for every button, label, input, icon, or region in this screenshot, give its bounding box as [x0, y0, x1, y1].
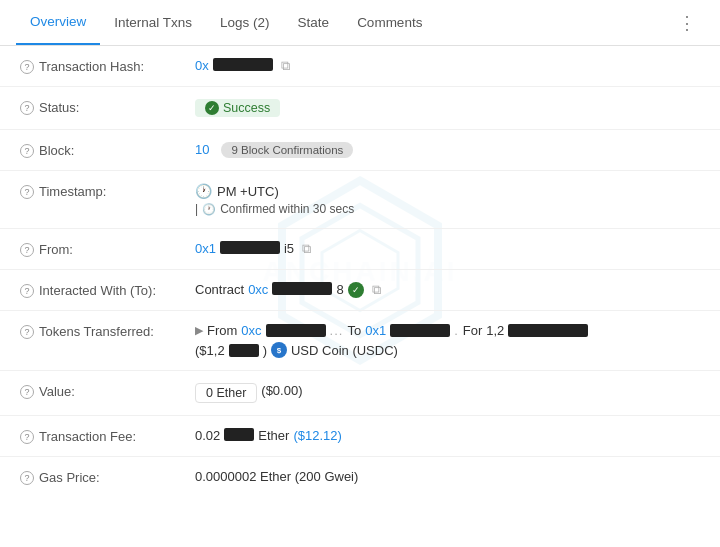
timestamp-confirmed: | 🕐 Confirmed within 30 secs	[195, 202, 354, 216]
interacted-with-value: Contract 0xc 8 ✓ ⧉	[195, 282, 700, 298]
transaction-fee-row: ? Transaction Fee: 0.02 Ether ($12.12)	[0, 416, 720, 457]
tokens-transferred-value: ▶ From 0xc ... To 0x1 . For 1,2 ($1,2	[195, 323, 700, 358]
usd-redacted	[229, 344, 259, 357]
tab-logs[interactable]: Logs (2)	[206, 1, 284, 44]
contract-suffix: 8	[336, 282, 343, 297]
transaction-hash-label: ? Transaction Hash:	[20, 58, 195, 74]
transaction-hash-row: ? Transaction Hash: 0x ⧉	[0, 46, 720, 87]
gas-price-row: ? Gas Price: 0.0000002 Ether (200 Gwei)	[0, 457, 720, 497]
tab-overview[interactable]: Overview	[16, 0, 100, 45]
timestamp-value: 🕐 PM +UTC) | 🕐 Confirmed within 30 secs	[195, 183, 700, 216]
confirm-clock-icon: 🕐	[202, 203, 216, 216]
tokens-transferred-label: ? Tokens Transferred:	[20, 323, 195, 339]
from-token-prefix: From	[207, 323, 237, 338]
status-label: ? Status:	[20, 99, 195, 115]
block-value: 10 9 Block Confirmations	[195, 142, 700, 158]
dots-1: ...	[330, 323, 344, 338]
status-badge: Success	[195, 99, 280, 117]
block-row: ? Block: 10 9 Block Confirmations	[0, 130, 720, 171]
more-options-icon[interactable]: ⋮	[670, 4, 704, 42]
token-line-1: ▶ From 0xc ... To 0x1 . For 1,2	[195, 323, 588, 338]
contract-prefix: Contract	[195, 282, 244, 297]
interacted-with-label: ? Interacted With (To):	[20, 282, 195, 298]
fee-amount-redacted	[224, 428, 254, 441]
transaction-hash-value: 0x ⧉	[195, 58, 700, 74]
from-address-redacted	[220, 241, 280, 254]
copy-contract-icon[interactable]: ⧉	[372, 282, 381, 298]
timestamp-label: ? Timestamp:	[20, 183, 195, 199]
transaction-hash-link[interactable]: 0x	[195, 58, 209, 73]
help-icon-from[interactable]: ?	[20, 243, 34, 257]
help-icon-gas[interactable]: ?	[20, 471, 34, 485]
from-address[interactable]: 0x1	[195, 241, 216, 256]
timestamp-text: PM +UTC)	[217, 184, 279, 199]
tab-state[interactable]: State	[284, 1, 344, 44]
from-row: ? From: 0x1 i5 ⧉	[0, 229, 720, 270]
token-line-2: ($1,2 ) $ USD Coin (USDC)	[195, 342, 588, 358]
gas-price-text: 0.0000002 Ether (200 Gwei)	[195, 469, 358, 484]
help-icon-txhash[interactable]: ?	[20, 60, 34, 74]
for-token-prefix: For	[463, 323, 483, 338]
usdc-icon: $	[271, 342, 287, 358]
help-icon-status[interactable]: ?	[20, 101, 34, 115]
status-row: ? Status: Success	[0, 87, 720, 130]
overview-content: ANCHAIN.AI ? Transaction Hash: 0x ⧉ ? St…	[0, 46, 720, 497]
fee-usd[interactable]: ($12.12)	[293, 428, 341, 443]
help-icon-tokens[interactable]: ?	[20, 325, 34, 339]
value-label: ? Value:	[20, 383, 195, 399]
gas-price-value: 0.0000002 Ether (200 Gwei)	[195, 469, 700, 484]
to-token-prefix: To	[347, 323, 361, 338]
help-icon-timestamp[interactable]: ?	[20, 185, 34, 199]
token-close: )	[263, 343, 267, 358]
help-icon-value[interactable]: ?	[20, 385, 34, 399]
verified-icon: ✓	[348, 282, 364, 298]
block-confirmations: 9 Block Confirmations	[221, 142, 353, 158]
help-icon-interacted[interactable]: ?	[20, 284, 34, 298]
tab-comments[interactable]: Comments	[343, 1, 436, 44]
tabs-bar: Overview Internal Txns Logs (2) State Co…	[0, 0, 720, 46]
transfer-triangle: ▶	[195, 324, 203, 337]
token-row: ▶ From 0xc ... To 0x1 . For 1,2 ($1,2	[195, 323, 588, 358]
block-number[interactable]: 10	[195, 142, 209, 157]
status-value: Success	[195, 99, 700, 117]
pipe-separator: |	[195, 202, 198, 216]
from-label: ? From:	[20, 241, 195, 257]
contract-address-redacted	[272, 282, 332, 295]
for-token-amount: 1,2	[486, 323, 504, 338]
to-token-redacted	[390, 324, 450, 337]
timestamp-inner: 🕐 PM +UTC) | 🕐 Confirmed within 30 secs	[195, 183, 354, 216]
value-ether: 0 Ether	[206, 386, 246, 400]
from-address-suffix: i5	[284, 241, 294, 256]
transaction-fee-label: ? Transaction Fee:	[20, 428, 195, 444]
gas-price-label: ? Gas Price:	[20, 469, 195, 485]
help-icon-fee[interactable]: ?	[20, 430, 34, 444]
interacted-with-row: ? Interacted With (To): Contract 0xc 8 ✓…	[0, 270, 720, 311]
timestamp-row: ? Timestamp: 🕐 PM +UTC) | 🕐 Confirmed wi…	[0, 171, 720, 229]
fee-unit: Ether	[258, 428, 289, 443]
from-token-redacted	[266, 324, 326, 337]
value-usd: ($0.00)	[261, 383, 302, 398]
block-label: ? Block:	[20, 142, 195, 158]
dots-2: .	[454, 323, 459, 338]
value-row: ? Value: 0 Ether ($0.00)	[0, 371, 720, 416]
transaction-fee-value: 0.02 Ether ($12.12)	[195, 428, 700, 443]
contract-address[interactable]: 0xc	[248, 282, 268, 297]
copy-hash-icon[interactable]: ⧉	[281, 58, 290, 74]
timestamp-top: 🕐 PM +UTC)	[195, 183, 354, 199]
for-amount-redacted	[508, 324, 588, 337]
value-ether-box: 0 Ether	[195, 383, 257, 403]
copy-from-icon[interactable]: ⧉	[302, 241, 311, 257]
clock-icon: 🕐	[195, 183, 212, 199]
fee-amount: 0.02	[195, 428, 220, 443]
tab-internal-txns[interactable]: Internal Txns	[100, 1, 206, 44]
tokens-transferred-row: ? Tokens Transferred: ▶ From 0xc ... To …	[0, 311, 720, 371]
confirmed-text: Confirmed within 30 secs	[220, 202, 354, 216]
from-value: 0x1 i5 ⧉	[195, 241, 700, 257]
to-token-addr[interactable]: 0x1	[365, 323, 386, 338]
token-name: USD Coin (USDC)	[291, 343, 398, 358]
value-value: 0 Ether ($0.00)	[195, 383, 700, 403]
usd-value: ($1,2	[195, 343, 225, 358]
help-icon-block[interactable]: ?	[20, 144, 34, 158]
from-token-addr[interactable]: 0xc	[241, 323, 261, 338]
transaction-hash-redacted	[213, 58, 273, 71]
